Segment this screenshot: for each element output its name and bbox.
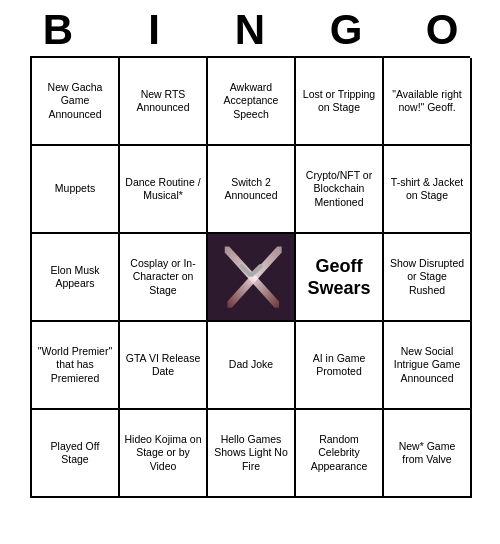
cell-text: Random Celebrity Appearance <box>300 433 378 472</box>
bingo-cell-r0c1[interactable]: New RTS Announced <box>120 58 208 146</box>
cell-text: Dance Routine / Musical* <box>124 176 202 202</box>
cell-text: Muppets <box>55 182 95 195</box>
bingo-letter: O <box>398 6 486 54</box>
cell-text: Hello Games Shows Light No Fire <box>212 433 290 472</box>
bingo-cell-r2c2[interactable] <box>208 234 296 322</box>
bingo-cell-r4c1[interactable]: Hideo Kojima on Stage or by Video <box>120 410 208 498</box>
bingo-cell-r1c0[interactable]: Muppets <box>32 146 120 234</box>
cell-text: "Available right now!" Geoff. <box>388 88 466 114</box>
cell-text: Cosplay or In-Character on Stage <box>124 257 202 296</box>
cell-text: Awkward Acceptance Speech <box>212 81 290 120</box>
bingo-cell-r0c4[interactable]: "Available right now!" Geoff. <box>384 58 472 146</box>
bingo-cell-r3c4[interactable]: New Social Intrigue Game Announced <box>384 322 472 410</box>
bingo-cell-r4c2[interactable]: Hello Games Shows Light No Fire <box>208 410 296 498</box>
bingo-cell-r4c3[interactable]: Random Celebrity Appearance <box>296 410 384 498</box>
cell-text: Switch 2 Announced <box>212 176 290 202</box>
bingo-letter: B <box>14 6 102 54</box>
bingo-cell-r4c4[interactable]: New* Game from Valve <box>384 410 472 498</box>
bingo-cell-r1c3[interactable]: Crypto/NFT or Blockchain Mentioned <box>296 146 384 234</box>
bingo-cell-r0c2[interactable]: Awkward Acceptance Speech <box>208 58 296 146</box>
cell-text: T-shirt & Jacket on Stage <box>388 176 466 202</box>
bingo-cell-r0c3[interactable]: Lost or Tripping on Stage <box>296 58 384 146</box>
bingo-cell-r3c1[interactable]: GTA VI Release Date <box>120 322 208 410</box>
bingo-cell-r1c2[interactable]: Switch 2 Announced <box>208 146 296 234</box>
bingo-grid: New Gacha Game AnnouncedNew RTS Announce… <box>30 56 470 498</box>
cell-text: Crypto/NFT or Blockchain Mentioned <box>300 169 378 208</box>
cell-text: Geoff Swears <box>300 255 378 300</box>
bingo-cell-r1c4[interactable]: T-shirt & Jacket on Stage <box>384 146 472 234</box>
bingo-cell-r3c0[interactable]: "World Premier" that has Premiered <box>32 322 120 410</box>
bingo-cell-r4c0[interactable]: Played Off Stage <box>32 410 120 498</box>
bingo-cell-r2c4[interactable]: Show Disrupted or Stage Rushed <box>384 234 472 322</box>
cell-text: Played Off Stage <box>36 440 114 466</box>
cell-text: GTA VI Release Date <box>124 352 202 378</box>
bingo-cell-r2c3[interactable]: Geoff Swears <box>296 234 384 322</box>
cell-text: Elon Musk Appears <box>36 264 114 290</box>
bingo-cell-r3c2[interactable]: Dad Joke <box>208 322 296 410</box>
cell-text: New Gacha Game Announced <box>36 81 114 120</box>
cell-text: AI in Game Promoted <box>300 352 378 378</box>
cell-text: Show Disrupted or Stage Rushed <box>388 257 466 296</box>
cell-text: Lost or Tripping on Stage <box>300 88 378 114</box>
cell-text: New Social Intrigue Game Announced <box>388 345 466 384</box>
cell-text: Hideo Kojima on Stage or by Video <box>124 433 202 472</box>
bingo-cell-r3c3[interactable]: AI in Game Promoted <box>296 322 384 410</box>
bingo-letter: I <box>110 6 198 54</box>
bingo-letter: G <box>302 6 390 54</box>
bingo-cell-r1c1[interactable]: Dance Routine / Musical* <box>120 146 208 234</box>
cell-text: New RTS Announced <box>124 88 202 114</box>
cell-text: Dad Joke <box>229 358 273 371</box>
bingo-cell-r2c1[interactable]: Cosplay or In-Character on Stage <box>120 234 208 322</box>
cell-text: New* Game from Valve <box>388 440 466 466</box>
bingo-header: BINGO <box>10 0 490 56</box>
bingo-cell-r2c0[interactable]: Elon Musk Appears <box>32 234 120 322</box>
bingo-letter: N <box>206 6 294 54</box>
free-space-icon <box>208 234 294 320</box>
cell-text: "World Premier" that has Premiered <box>36 345 114 384</box>
bingo-cell-r0c0[interactable]: New Gacha Game Announced <box>32 58 120 146</box>
